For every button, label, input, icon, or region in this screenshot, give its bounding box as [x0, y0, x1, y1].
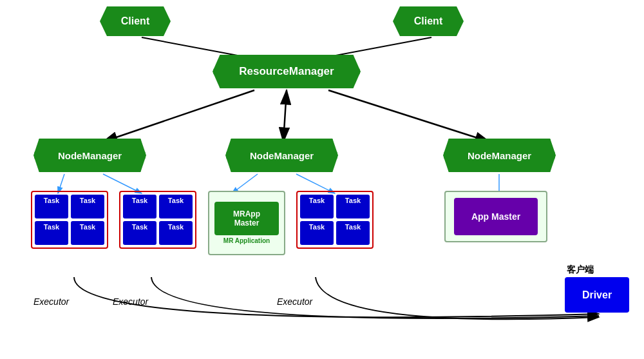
- client2-node: Client: [393, 6, 464, 36]
- app-master-label: App Master: [471, 211, 520, 222]
- task-1-2: Task: [71, 195, 104, 218]
- task-1-3: Task: [35, 221, 68, 245]
- resource-manager-label: ResourceManager: [239, 65, 334, 78]
- kehu-label: 客户端: [567, 264, 594, 276]
- client1-node: Client: [100, 6, 171, 36]
- task-1-4: Task: [71, 221, 104, 245]
- mr-application-label: MR Application: [223, 237, 270, 244]
- task-4-4: Task: [336, 221, 370, 245]
- client2-label: Client: [414, 15, 442, 27]
- svg-line-4: [328, 90, 489, 142]
- node-manager-1-label: NodeManager: [58, 150, 122, 161]
- node-manager-2: NodeManager: [225, 139, 338, 172]
- node-manager-3: NodeManager: [443, 139, 556, 172]
- container-box-1: Task Task Task Task: [31, 191, 108, 249]
- diagram-container: Client Client ResourceManager NodeManage…: [0, 0, 644, 359]
- node-manager-1: NodeManager: [33, 139, 146, 172]
- mrapp-master-node: MRAppMaster: [214, 202, 279, 235]
- resource-manager-node: ResourceManager: [213, 55, 361, 88]
- task-4-3: Task: [300, 221, 334, 245]
- driver-node: Driver: [565, 277, 629, 313]
- task-1-1: Task: [35, 195, 68, 218]
- task-2-4: Task: [159, 221, 193, 245]
- task-4-2: Task: [336, 195, 370, 218]
- task-2-2: Task: [159, 195, 193, 218]
- client1-label: Client: [121, 15, 149, 27]
- executor-label-1: Executor: [33, 296, 69, 307]
- container-box-mrapp: MRAppMaster MR Application: [208, 191, 285, 255]
- mrapp-master-label: MRAppMaster: [233, 209, 260, 228]
- driver-label: Driver: [582, 289, 612, 301]
- app-master-node: App Master: [454, 198, 538, 235]
- task-2-1: Task: [123, 195, 156, 218]
- container-box-4: Task Task Task Task: [296, 191, 374, 249]
- svg-line-2: [103, 90, 254, 142]
- node-manager-2-label: NodeManager: [250, 150, 314, 161]
- connections-svg: [0, 0, 644, 359]
- svg-line-3: [283, 90, 287, 142]
- container-box-2: Task Task Task Task: [119, 191, 196, 249]
- executor-label-2: Executor: [113, 296, 148, 307]
- task-2-3: Task: [123, 221, 156, 245]
- container-box-appmaster: App Master: [444, 191, 547, 242]
- node-manager-3-label: NodeManager: [468, 150, 531, 161]
- executor-label-3: Executor: [277, 296, 312, 307]
- task-4-1: Task: [300, 195, 334, 218]
